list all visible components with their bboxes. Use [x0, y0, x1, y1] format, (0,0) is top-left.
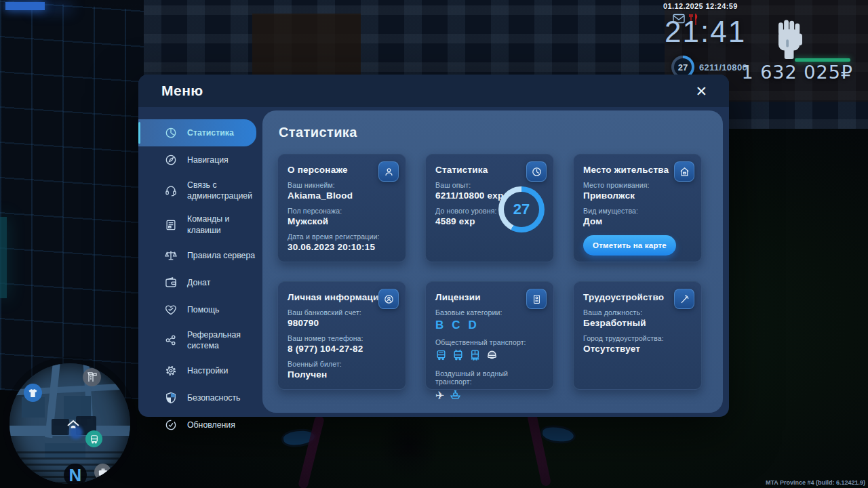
menu-sidebar: Статистика Навигация Связь с администрац… [138, 107, 263, 417]
license-categories: B C D [435, 319, 544, 332]
minimap: N [9, 363, 130, 484]
sidebar-item-commands[interactable]: Команды и клавиши [138, 207, 263, 241]
driver-cap-icon [486, 350, 498, 363]
north-indicator: N [64, 464, 87, 484]
card-residence: Место жительства Место проживания: Приво… [573, 154, 702, 262]
bus-stop-icon [85, 430, 102, 447]
shield-icon [163, 390, 178, 405]
sidebar-item-help[interactable]: Помощь [138, 296, 263, 323]
sidebar-item-referral[interactable]: Реферальная система [138, 323, 263, 357]
sidebar-item-updates[interactable]: Обновления [138, 411, 263, 439]
mark-on-map-button[interactable]: Отметить на карте [583, 235, 676, 256]
card-statistics: Статистика Ваш опыт: 6211/10800 exp До н… [425, 154, 554, 262]
hud-clock: 21:41 [665, 15, 746, 49]
window-glow [0, 217, 7, 298]
hud-exp-text: 6211/10800 [699, 62, 747, 73]
close-icon[interactable]: ✕ [692, 81, 710, 101]
card-employment: Трудоустройство Ваша должность: Безработ… [573, 281, 702, 390]
commands-icon [163, 218, 178, 232]
sidebar-item-admin-contact[interactable]: Связь с администрацией [138, 174, 263, 207]
person-icon [378, 161, 399, 182]
fist-icon [772, 16, 806, 64]
scales-icon [163, 248, 178, 263]
check-circle-icon [163, 418, 178, 432]
clothes-shop-icon [24, 384, 42, 402]
home-icon [66, 419, 81, 435]
hud-money: 1 632 025₽ [741, 62, 853, 83]
building-left [0, 0, 144, 400]
pie-chart-icon [163, 125, 178, 140]
id-card-icon [378, 289, 399, 309]
train-icon [469, 349, 481, 363]
bus-icon [435, 349, 447, 363]
trolleybus-icon [452, 349, 464, 363]
menu-header: Меню ✕ [138, 75, 729, 107]
sidebar-item-server-rules[interactable]: Правила сервера [138, 242, 263, 269]
heart-icon [163, 302, 178, 317]
menu-content: Статистика О персонаже Ваш никнейм: Akia… [262, 110, 723, 413]
share-nodes-icon [163, 333, 178, 348]
hud-level-value: 27 [674, 58, 692, 76]
sidebar-item-navigation[interactable]: Навигация [138, 146, 263, 174]
air-water-licenses: ✈ [435, 388, 544, 403]
sidebar-item-security[interactable]: Безопасность [138, 384, 263, 411]
menu-panel: Меню ✕ Статистика Навигация [138, 75, 729, 417]
public-transport-licenses [435, 349, 544, 363]
build-version-label: MTA Province #4 (build: 6.12421.9) [766, 479, 865, 486]
sidebar-item-statistics[interactable]: Статистика [138, 119, 256, 146]
lit-sign [5, 2, 45, 10]
clock-icon [526, 161, 547, 182]
map-block [64, 396, 91, 419]
card-character: О персонаже Ваш никнейм: Akiama_Blood По… [277, 154, 406, 262]
gear-icon [163, 363, 178, 378]
ship-icon [450, 388, 461, 403]
license-doc-icon [526, 289, 547, 309]
pickaxe-icon [674, 289, 694, 309]
plane-icon: ✈ [435, 390, 444, 401]
level-progress-ring: 27 [498, 186, 545, 232]
card-personal-info: Личная информация Ваш банковский счет: 9… [277, 281, 406, 390]
player-shadow [370, 417, 448, 488]
level-value: 27 [504, 192, 539, 227]
headset-icon [163, 183, 178, 198]
atm-icon [83, 368, 101, 386]
sidebar-item-donate[interactable]: Донат [138, 269, 263, 296]
page-title: Статистика [279, 125, 708, 140]
card-licenses: Лицензии Базовые категории: B C D Общест… [425, 281, 554, 390]
hud-datetime: 01.12.2025 12:24:59 [663, 2, 738, 10]
compass-icon [163, 152, 178, 167]
wallet-icon [163, 275, 178, 290]
sidebar-item-settings[interactable]: Настройки [138, 357, 263, 384]
home-badge-icon [674, 161, 694, 182]
menu-title: Меню [161, 83, 203, 99]
